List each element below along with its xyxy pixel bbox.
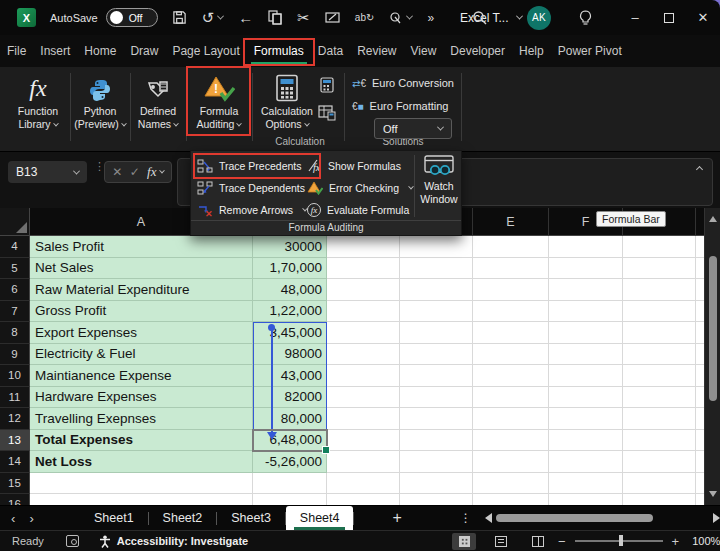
scroll-up-arrow[interactable] — [709, 216, 717, 222]
cancel-icon[interactable]: ✕ — [112, 165, 122, 179]
copy-icon[interactable] — [268, 10, 282, 25]
replace-icon[interactable]: ab↻ — [355, 13, 375, 23]
cell-empty[interactable] — [327, 301, 400, 323]
cell-value[interactable]: 30000 — [253, 236, 327, 258]
cell-empty[interactable] — [473, 387, 549, 409]
cell-empty[interactable] — [473, 494, 549, 505]
python-preview-button[interactable]: Python (Preview) — [72, 70, 128, 142]
column-header[interactable]: E — [473, 208, 549, 236]
cell-empty[interactable] — [696, 473, 704, 495]
cell-label[interactable]: Hardware Expenses — [30, 387, 253, 409]
ribbon-tab[interactable]: Home — [77, 35, 123, 67]
cell-empty[interactable] — [549, 258, 623, 280]
zoom-slider-thumb[interactable] — [619, 535, 623, 546]
cell-empty[interactable] — [473, 322, 549, 344]
row-header[interactable]: 11 — [0, 387, 30, 409]
cell-empty[interactable] — [623, 387, 696, 409]
cell-empty[interactable] — [696, 365, 704, 387]
excel-app-icon[interactable]: X — [17, 8, 36, 27]
cell-empty[interactable] — [327, 387, 400, 409]
row-header[interactable]: 10 — [0, 365, 30, 387]
cell-empty[interactable] — [549, 408, 623, 430]
qat-overflow[interactable]: » — [427, 12, 434, 24]
ribbon-tab[interactable]: Formulas — [247, 35, 311, 67]
cell-empty[interactable] — [696, 344, 704, 366]
menu-item-error-checking[interactable]: Error Checking — [307, 177, 413, 199]
cell-value[interactable]: -5,26,000 — [253, 451, 327, 473]
cell-empty[interactable] — [400, 258, 473, 280]
cell-empty[interactable] — [696, 494, 704, 505]
zoom-in-button[interactable]: + — [672, 534, 680, 549]
row-header[interactable]: 6 — [0, 279, 30, 301]
row-header[interactable]: 12 — [0, 408, 30, 430]
autosave-toggle[interactable]: Off — [106, 8, 158, 27]
cell-empty[interactable] — [327, 430, 400, 452]
cell-empty[interactable] — [400, 387, 473, 409]
cell-empty[interactable] — [473, 473, 549, 495]
row-header[interactable]: 9 — [0, 344, 30, 366]
cell-empty[interactable] — [549, 430, 623, 452]
cell-empty[interactable] — [327, 365, 400, 387]
cell-empty[interactable] — [696, 322, 704, 344]
cell-empty[interactable] — [400, 451, 473, 473]
cell-empty[interactable] — [400, 301, 473, 323]
undo-icon[interactable]: ↺ — [202, 10, 224, 25]
back-arrow-icon[interactable]: ← — [238, 10, 253, 25]
maximize-button[interactable] — [652, 0, 686, 35]
menu-item-trace-precedents[interactable]: Trace Precedents — [197, 155, 301, 177]
cell-empty[interactable] — [327, 344, 400, 366]
cell-empty[interactable] — [623, 279, 696, 301]
cell-empty[interactable] — [549, 344, 623, 366]
ribbon-tab[interactable]: Help — [512, 35, 551, 67]
page-layout-view-button[interactable] — [489, 533, 513, 550]
watch-window-button[interactable]: Watch Window — [417, 155, 461, 219]
sheet-tab[interactable]: Sheet3 — [217, 506, 285, 531]
minimize-button[interactable]: – — [618, 0, 652, 35]
enter-check-icon[interactable]: ✓ — [130, 165, 140, 179]
macro-record-icon[interactable] — [66, 535, 79, 547]
zoom-level[interactable]: 100% — [692, 535, 720, 547]
cell-empty[interactable] — [623, 236, 696, 258]
cell-empty[interactable] — [473, 451, 549, 473]
euro-format-dropdown[interactable]: Off — [374, 118, 452, 139]
calculate-sheet-button[interactable] — [318, 105, 336, 121]
cell-empty[interactable] — [549, 301, 623, 323]
ribbon-tab[interactable]: Developer — [443, 35, 512, 67]
cell-empty[interactable] — [696, 408, 704, 430]
cell-empty[interactable] — [549, 236, 623, 258]
cut-icon[interactable]: ✂ — [297, 10, 310, 25]
cell-label[interactable]: Raw Material Expenditure — [30, 279, 253, 301]
touch-mode-icon[interactable] — [389, 11, 412, 24]
cell-label[interactable]: Gross Profit — [30, 301, 253, 323]
cell-value[interactable]: 1,70,000 — [253, 258, 327, 280]
cell-empty[interactable] — [473, 344, 549, 366]
cell-empty[interactable] — [549, 322, 623, 344]
cell-label[interactable] — [30, 473, 253, 495]
cell-empty[interactable] — [327, 236, 400, 258]
menu-item-evaluate-formula[interactable]: fx Evaluate Formula — [307, 199, 409, 221]
ribbon-tab[interactable]: Review — [350, 35, 403, 67]
cell-empty[interactable] — [327, 451, 400, 473]
cell-empty[interactable] — [549, 387, 623, 409]
name-box[interactable]: B13 — [8, 161, 87, 183]
menu-item-trace-dependents[interactable]: Trace Dependents — [197, 177, 305, 199]
save-icon[interactable] — [172, 10, 187, 25]
cell-empty[interactable] — [623, 344, 696, 366]
cell-empty[interactable] — [400, 473, 473, 495]
row-header[interactable]: 13 — [0, 430, 30, 452]
row-header[interactable]: 8 — [0, 322, 30, 344]
cell-empty[interactable] — [549, 365, 623, 387]
cell-label[interactable] — [30, 494, 253, 505]
cell-empty[interactable] — [623, 365, 696, 387]
cell-empty[interactable] — [696, 451, 704, 473]
cell-empty[interactable] — [473, 279, 549, 301]
ribbon-tab[interactable]: File — [0, 35, 33, 67]
cell-empty[interactable] — [400, 322, 473, 344]
sheet-nav-right-icon[interactable]: › — [18, 511, 44, 526]
cell-empty[interactable] — [623, 408, 696, 430]
cell-empty[interactable] — [473, 365, 549, 387]
zoom-out-button[interactable]: − — [558, 534, 566, 549]
ribbon-tab[interactable]: Draw — [123, 35, 165, 67]
cell-empty[interactable] — [623, 430, 696, 452]
cell-label[interactable]: Maintianence Expense — [30, 365, 253, 387]
